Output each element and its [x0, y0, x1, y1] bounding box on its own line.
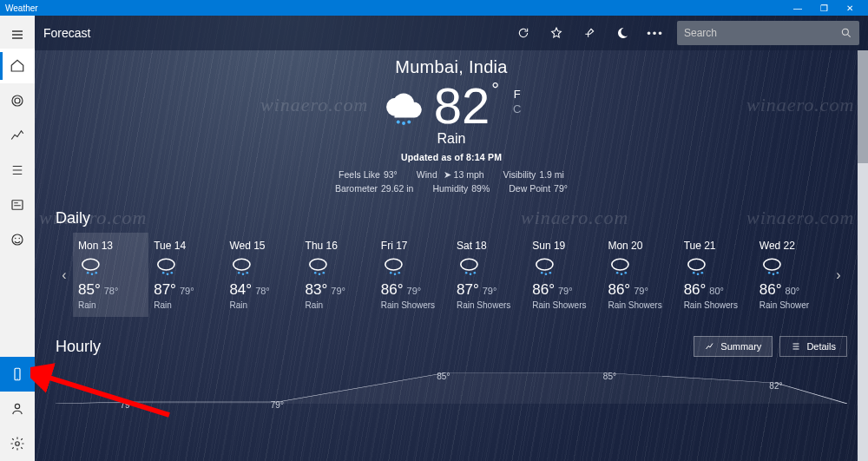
svg-point-47: [693, 272, 695, 274]
day-low: 80°: [709, 286, 724, 296]
day-high: 86°79°: [608, 281, 673, 299]
nav-feedback[interactable]: [0, 392, 35, 426]
search-input[interactable]: [684, 27, 840, 39]
day-desc: Rain: [306, 300, 371, 310]
svg-point-34: [461, 259, 477, 270]
svg-point-53: [776, 272, 779, 274]
svg-point-38: [536, 259, 553, 270]
nav-news[interactable]: [0, 188, 35, 222]
search-icon: [840, 27, 852, 39]
news-icon: [10, 197, 25, 213]
svg-point-31: [390, 272, 392, 274]
daily-tile[interactable]: Wed 1584°78°Rain: [224, 233, 299, 317]
close-button[interactable]: ✕: [837, 3, 863, 13]
vertical-scrollbar[interactable]: [858, 50, 868, 461]
smiley-icon: [10, 232, 25, 247]
pin-button[interactable]: [573, 16, 606, 49]
location-name: Mumbai, India: [56, 57, 847, 77]
day-name: Tue 14: [154, 240, 219, 252]
svg-point-12: [402, 122, 405, 125]
day-high: 85°78°: [78, 281, 143, 299]
more-button[interactable]: •••: [639, 16, 672, 49]
details-list-icon: [791, 341, 801, 352]
day-high: 87°79°: [154, 281, 219, 299]
nav-settings[interactable]: [0, 426, 35, 461]
nav-feedback-top[interactable]: [0, 222, 35, 257]
day-desc: Rain Shower: [760, 300, 825, 310]
refresh-button[interactable]: [507, 16, 540, 49]
day-high: 83°79°: [306, 281, 371, 299]
day-desc: Rain Showers: [381, 300, 446, 310]
nav-forecast[interactable]: [0, 49, 35, 83]
scrollbar-thumb[interactable]: [858, 50, 868, 163]
radar-icon: [10, 93, 25, 109]
daily-prev-button[interactable]: ‹: [56, 233, 73, 317]
day-high: 86°79°: [381, 281, 446, 299]
svg-point-28: [318, 273, 320, 276]
theme-button[interactable]: [606, 16, 639, 49]
svg-point-21: [171, 272, 174, 274]
daily-tile[interactable]: Thu 1683°79°Rain: [300, 233, 376, 317]
home-icon: [10, 58, 25, 74]
day-condition-icon: [154, 255, 219, 278]
svg-point-43: [616, 272, 619, 274]
hourly-details-button[interactable]: Details: [779, 336, 847, 357]
day-condition-icon: [684, 255, 749, 278]
hourly-chart: 79°79°85°85°82°: [56, 369, 847, 404]
day-high: 86°79°: [532, 281, 597, 299]
maximize-button[interactable]: ❐: [811, 3, 837, 13]
unit-fahrenheit[interactable]: F: [513, 88, 521, 102]
daily-tile[interactable]: Fri 1786°79°Rain Showers: [376, 233, 451, 317]
daily-tile[interactable]: Tue 1487°79°Rain: [148, 233, 224, 317]
favorite-button[interactable]: [540, 16, 573, 49]
dewpoint-value: 79°: [554, 183, 568, 194]
titlebar: Weather — ❐ ✕: [0, 0, 868, 16]
svg-point-46: [687, 259, 704, 270]
svg-point-45: [625, 272, 628, 274]
daily-tile[interactable]: Mon 2086°79°Rain Showers: [602, 233, 678, 317]
nav-maps[interactable]: [0, 83, 35, 118]
svg-rect-2: [12, 201, 23, 210]
daily-tile[interactable]: Sun 1986°79°Rain Showers: [527, 233, 602, 317]
day-low: 79°: [180, 286, 194, 296]
hourly-line: [56, 369, 847, 404]
hourly-summary-button[interactable]: Summary: [694, 336, 773, 357]
unit-celsius[interactable]: C: [513, 102, 521, 117]
day-name: Mon 13: [78, 240, 143, 252]
nav-favorites[interactable]: [0, 153, 35, 188]
day-name: Thu 16: [306, 240, 371, 252]
day-name: Tue 21: [684, 240, 749, 252]
svg-point-24: [242, 273, 245, 276]
chart-icon: [10, 128, 25, 143]
svg-point-9: [16, 442, 20, 446]
svg-point-27: [314, 272, 317, 274]
svg-point-22: [233, 259, 250, 270]
daily-tile[interactable]: Wed 2286°80°Rain Shower: [754, 233, 830, 317]
day-condition-icon: [78, 255, 143, 278]
day-name: Sat 18: [457, 240, 522, 252]
day-desc: Rain Showers: [532, 300, 597, 310]
humidity-value: 89%: [471, 183, 490, 194]
day-name: Wed 22: [760, 240, 825, 252]
day-condition-icon: [381, 255, 446, 278]
svg-point-10: [842, 29, 848, 35]
nav-send-to-phone[interactable]: [0, 357, 35, 392]
hourly-temp-label: 79°: [271, 400, 284, 410]
svg-point-42: [612, 259, 628, 270]
day-name: Wed 15: [229, 240, 294, 252]
daily-tile[interactable]: Tue 2186°80°Rain Showers: [679, 233, 754, 317]
svg-point-16: [91, 273, 94, 276]
minimize-button[interactable]: —: [785, 3, 811, 13]
svg-point-5: [19, 238, 21, 240]
metrics-row-2: Barometer29.62 in Humidity89% Dew Point7…: [56, 183, 847, 194]
metrics-row: Feels Like93° Wind ➤ 13 mph Visibility1.…: [56, 169, 847, 180]
daily-next-button[interactable]: ›: [830, 233, 847, 317]
daily-tile[interactable]: Mon 1385°78°Rain: [73, 233, 148, 317]
daily-tile[interactable]: Sat 1887°79°Rain Showers: [451, 233, 527, 317]
svg-point-50: [764, 259, 780, 270]
hamburger-menu-button[interactable]: [0, 21, 35, 49]
svg-point-1: [15, 98, 20, 103]
day-high: 86°80°: [760, 281, 825, 299]
search-box[interactable]: [677, 21, 859, 45]
nav-historical[interactable]: [0, 118, 35, 153]
